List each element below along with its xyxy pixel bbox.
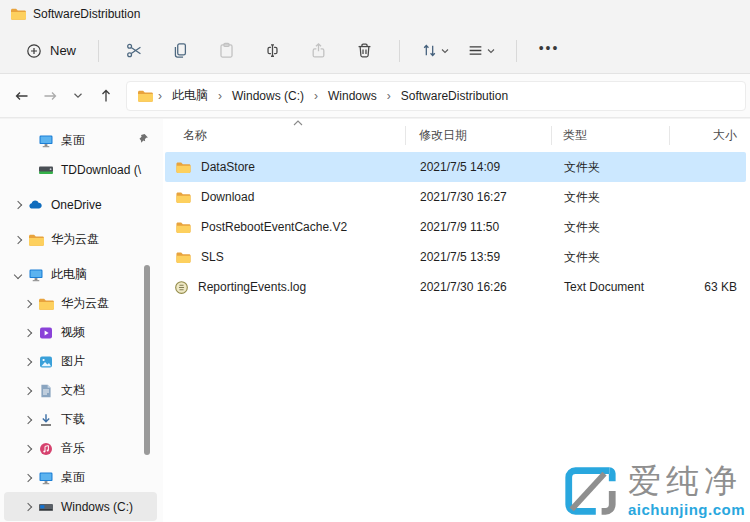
back-button[interactable] bbox=[8, 81, 36, 111]
aichunjing-logo-icon bbox=[561, 462, 619, 520]
share-button[interactable] bbox=[295, 34, 341, 68]
file-name: ReportingEvents.log bbox=[198, 280, 306, 294]
sidebar-scrollbar[interactable] bbox=[144, 265, 150, 455]
sidebar-item-windows-c[interactable]: Windows (C:) bbox=[4, 492, 157, 521]
sidebar-item-desktop-pinned[interactable]: 桌面 bbox=[4, 126, 157, 155]
music-icon bbox=[38, 441, 54, 457]
folder-icon bbox=[174, 160, 192, 175]
sort-button[interactable] bbox=[412, 34, 458, 68]
chevron-right-icon[interactable] bbox=[20, 470, 36, 486]
chevron-right-icon[interactable] bbox=[10, 197, 26, 213]
tab-title: SoftwareDistribution bbox=[33, 7, 140, 21]
onedrive-icon bbox=[28, 197, 44, 213]
chevron-right-icon[interactable] bbox=[20, 325, 36, 341]
watermark-domain: aichunjing.com bbox=[628, 501, 745, 518]
chevron-down-icon bbox=[441, 48, 449, 54]
sidebar-item-desktop[interactable]: 桌面 bbox=[4, 463, 157, 492]
sidebar-item-downloads[interactable]: 下载 bbox=[4, 405, 157, 434]
view-button[interactable] bbox=[458, 34, 504, 68]
new-button-label: New bbox=[50, 43, 76, 58]
sidebar-item-music[interactable]: 音乐 bbox=[4, 434, 157, 463]
column-header-name[interactable]: 名称 bbox=[165, 119, 405, 152]
breadcrumb-separator: › bbox=[384, 89, 394, 103]
breadcrumb-windows-c[interactable]: Windows (C:) bbox=[227, 86, 309, 106]
sidebar-item-huawei-cloud[interactable]: 华为云盘 bbox=[4, 225, 157, 254]
view-list-icon bbox=[467, 42, 484, 59]
arrow-right-icon bbox=[42, 88, 58, 104]
chevron-down-icon bbox=[487, 48, 495, 54]
column-header-date[interactable]: 修改日期 bbox=[405, 119, 551, 152]
breadcrumb-softwaredistribution[interactable]: SoftwareDistribution bbox=[396, 86, 513, 106]
file-size: 63 KB bbox=[669, 280, 745, 294]
plus-circle-icon bbox=[26, 43, 42, 59]
forward-button[interactable] bbox=[36, 81, 64, 111]
drive-icon bbox=[38, 162, 54, 178]
sidebar-item-huawei-cloud-child[interactable]: 华为云盘 bbox=[4, 289, 157, 318]
sidebar-item-onedrive[interactable]: OneDrive bbox=[4, 190, 157, 219]
sidebar-item-label: 华为云盘 bbox=[61, 295, 109, 312]
chevron-down-icon bbox=[73, 92, 83, 99]
chevron-right-icon[interactable] bbox=[20, 441, 36, 457]
file-explorer-window: SoftwareDistribution New bbox=[0, 0, 750, 522]
sidebar-item-this-pc[interactable]: 此电脑 bbox=[4, 260, 157, 289]
column-header-size[interactable]: 大小 bbox=[669, 119, 745, 152]
new-button[interactable]: New bbox=[16, 37, 86, 65]
folder-tab-icon bbox=[10, 6, 26, 22]
chevron-right-icon[interactable] bbox=[20, 354, 36, 370]
chevron-down-icon[interactable] bbox=[10, 267, 26, 283]
breadcrumb-windows[interactable]: Windows bbox=[323, 86, 382, 106]
chevron-right-icon[interactable] bbox=[20, 412, 36, 428]
up-button[interactable] bbox=[92, 81, 120, 111]
paste-button[interactable] bbox=[203, 34, 249, 68]
sidebar-item-videos[interactable]: 视频 bbox=[4, 318, 157, 347]
recent-locations-button[interactable] bbox=[64, 81, 92, 111]
videos-icon bbox=[38, 325, 54, 341]
sidebar-item-label: 此电脑 bbox=[51, 266, 87, 283]
pictures-icon bbox=[38, 354, 54, 370]
desktop-icon bbox=[38, 133, 54, 149]
file-type: 文件夹 bbox=[551, 219, 669, 236]
file-row-sls[interactable]: SLS 2021/7/5 13:59 文件夹 bbox=[165, 242, 746, 272]
folder-icon bbox=[174, 190, 192, 205]
breadcrumb-separator: › bbox=[215, 89, 225, 103]
file-row-postrebooteventcache[interactable]: PostRebootEventCache.V2 2021/7/9 11:50 文… bbox=[165, 212, 746, 242]
more-options-button[interactable]: ••• bbox=[529, 34, 569, 68]
file-row-reportingevents-log[interactable]: ReportingEvents.log 2021/7/30 16:26 Text… bbox=[165, 272, 746, 302]
arrow-left-icon bbox=[14, 88, 30, 104]
address-bar[interactable]: › 此电脑 › Windows (C:) › Windows › Softwar… bbox=[126, 81, 746, 111]
file-row-datastore[interactable]: DataStore 2021/7/5 14:09 文件夹 bbox=[165, 152, 746, 182]
rename-button[interactable] bbox=[249, 34, 295, 68]
folder-location-icon bbox=[137, 88, 153, 104]
breadcrumb-this-pc[interactable]: 此电脑 bbox=[167, 84, 213, 107]
file-name: Download bbox=[201, 190, 254, 204]
sidebar-item-label: OneDrive bbox=[51, 198, 102, 212]
column-header-type[interactable]: 类型 bbox=[551, 119, 669, 152]
this-pc-icon bbox=[28, 267, 44, 283]
delete-button[interactable] bbox=[341, 34, 387, 68]
sidebar-item-label: 华为云盘 bbox=[51, 231, 99, 248]
toolbar-divider bbox=[399, 40, 400, 62]
log-file-icon bbox=[174, 280, 189, 295]
file-name: SLS bbox=[201, 250, 224, 264]
chevron-right-icon[interactable] bbox=[20, 296, 36, 312]
share-icon bbox=[310, 42, 327, 59]
folder-icon bbox=[28, 232, 44, 248]
breadcrumb-separator: › bbox=[311, 89, 321, 103]
trash-icon bbox=[356, 42, 373, 59]
chevron-right-icon[interactable] bbox=[20, 499, 36, 515]
file-date: 2021/7/30 16:26 bbox=[405, 280, 551, 294]
chevron-right-icon[interactable] bbox=[10, 232, 26, 248]
copy-icon bbox=[172, 42, 189, 59]
rename-icon bbox=[264, 42, 281, 59]
sidebar-item-label: 音乐 bbox=[61, 440, 85, 457]
file-type: 文件夹 bbox=[551, 249, 669, 266]
copy-button[interactable] bbox=[157, 34, 203, 68]
chevron-right-icon[interactable] bbox=[20, 383, 36, 399]
sidebar-item-documents[interactable]: 文档 bbox=[4, 376, 157, 405]
sidebar-item-tddownload[interactable]: TDDownload (\ bbox=[4, 155, 157, 184]
file-row-download[interactable]: Download 2021/7/30 16:27 文件夹 bbox=[165, 182, 746, 212]
navigation-pane: 桌面 TDDownload (\ OneDrive 华为云盘 此电脑 bbox=[0, 119, 163, 522]
cut-button[interactable] bbox=[111, 34, 157, 68]
sidebar-item-pictures[interactable]: 图片 bbox=[4, 347, 157, 376]
sidebar-item-label: 桌面 bbox=[61, 132, 85, 149]
